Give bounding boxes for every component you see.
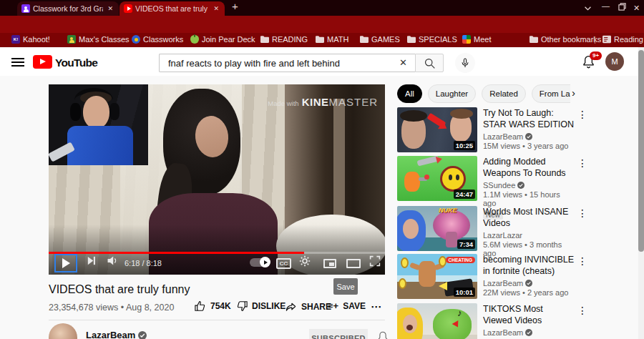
bookmark-maxs-classes[interactable]: Max's Classes bbox=[67, 35, 130, 44]
video-thumbnail[interactable]: 24:47 bbox=[397, 156, 477, 201]
video-title[interactable]: Try Not To Laugh: STAR WARS EDITION bbox=[483, 107, 575, 130]
verified-badge-icon bbox=[138, 331, 147, 339]
kahoot-icon: K! bbox=[11, 35, 20, 44]
kebab-menu-icon[interactable]: ⋮ bbox=[577, 109, 587, 120]
tab-title: VIDEOS that are truly funny - Yo bbox=[135, 4, 209, 13]
save-button[interactable]: ≡+ SAVE bbox=[328, 300, 366, 311]
channel-name[interactable]: LazarBeam bbox=[86, 330, 147, 339]
tab-classwork[interactable]: Classwork for 3rd Grade: 2021-2 ✕ bbox=[17, 1, 119, 16]
channel-row[interactable]: LazarBeam bbox=[483, 279, 575, 288]
scrollbar-thumb[interactable] bbox=[638, 50, 644, 252]
captions-button[interactable]: CC bbox=[276, 258, 291, 269]
bookmark-folder-games[interactable]: GAMES bbox=[360, 35, 400, 44]
duration-badge: 10:01 bbox=[454, 288, 475, 297]
recommended-video[interactable]: CHEATING 10:01 becoming INVINCIBLE in fo… bbox=[397, 254, 583, 299]
bookmark-meet[interactable]: Meet bbox=[462, 35, 491, 44]
video-title[interactable]: Adding Modded Weapons To Rounds bbox=[483, 156, 575, 179]
channel-row[interactable]: LazarBeam bbox=[483, 132, 575, 141]
thumb-up-icon bbox=[195, 300, 206, 312]
save-tooltip: Save bbox=[333, 278, 358, 295]
channel-bell-icon[interactable] bbox=[376, 330, 389, 339]
more-actions-button[interactable]: ⋯ bbox=[371, 300, 381, 313]
bookmark-classworks[interactable]: Classworks bbox=[132, 35, 183, 44]
recommended-video[interactable]: ♪ TIKTOKS Most Viewed Videos LazarBeam 3… bbox=[397, 303, 583, 339]
tab-youtube-active[interactable]: VIDEOS that are truly funny - Yo ✕ bbox=[119, 1, 225, 16]
bookmark-folder-math[interactable]: MATH bbox=[316, 35, 348, 44]
dislike-button[interactable]: DISLIKE bbox=[236, 300, 286, 312]
streamer-face bbox=[83, 96, 109, 129]
chip-related[interactable]: Related bbox=[482, 84, 526, 103]
channel-row[interactable]: LazarBeam bbox=[483, 328, 575, 337]
theater-mode-button[interactable] bbox=[346, 259, 361, 268]
channel-avatar[interactable] bbox=[49, 323, 77, 339]
recommended-video[interactable]: NUKE 7:34 Worlds Most INSANE Videos Laza… bbox=[397, 206, 583, 251]
close-tab-icon[interactable]: ✕ bbox=[106, 5, 114, 12]
next-button[interactable] bbox=[86, 255, 97, 269]
new-tab-button[interactable]: + bbox=[232, 1, 238, 11]
verified-badge-icon bbox=[525, 329, 532, 336]
fullscreen-button[interactable] bbox=[369, 255, 381, 270]
kebab-menu-icon[interactable]: ⋮ bbox=[577, 255, 587, 267]
headphone-cup-right bbox=[109, 103, 119, 120]
bookmark-kahoot[interactable]: K! Kahoot! bbox=[11, 35, 50, 44]
video-title[interactable]: TIKTOKS Most Viewed Videos bbox=[483, 303, 575, 326]
streamer-hoodie bbox=[67, 126, 133, 165]
video-thumbnail[interactable]: ♪ bbox=[397, 303, 477, 339]
filter-chips: All Laughter Related From LazarBeam bbox=[397, 84, 570, 103]
channel-row[interactable]: LazarLazar bbox=[483, 231, 575, 240]
play-button[interactable] bbox=[54, 254, 77, 272]
verified-badge-icon bbox=[525, 280, 532, 287]
folder-icon bbox=[407, 35, 416, 44]
volume-icon[interactable] bbox=[106, 255, 118, 270]
chip-all[interactable]: All bbox=[397, 84, 422, 103]
miniplayer-button[interactable] bbox=[323, 259, 336, 268]
bookmark-folder-specials[interactable]: SPECIALS bbox=[407, 35, 457, 44]
chevron-down-icon[interactable] bbox=[584, 3, 592, 13]
other-bookmarks[interactable]: Other bookmarks bbox=[530, 35, 601, 44]
kebab-menu-icon[interactable]: ⋮ bbox=[577, 305, 587, 316]
classroom-icon bbox=[67, 35, 76, 44]
thumb-down-icon bbox=[236, 300, 248, 312]
kinemaster-watermark: Made withKINEMASTER bbox=[268, 96, 378, 109]
share-button[interactable]: SHARE bbox=[285, 300, 331, 313]
close-tab-icon[interactable]: ✕ bbox=[212, 5, 220, 12]
voice-search-button[interactable] bbox=[455, 53, 475, 73]
chips-chevron-right-icon[interactable]: › bbox=[572, 87, 575, 99]
restore-window-icon[interactable] bbox=[618, 3, 626, 13]
subscribed-button[interactable]: SUBSCRIBED bbox=[309, 329, 368, 339]
video-player[interactable]: Made withKINEMASTER 6:18 / 8:18 CC bbox=[49, 84, 385, 275]
duration-badge: 7:34 bbox=[457, 240, 475, 249]
bookmark-folder-reading[interactable]: READING bbox=[260, 35, 308, 44]
divider bbox=[49, 320, 385, 320]
chip-laughter[interactable]: Laughter bbox=[428, 84, 476, 103]
recommended-video[interactable]: 10:25 Try Not To Laugh: STAR WARS EDITIO… bbox=[397, 107, 583, 152]
video-thumbnail[interactable]: CHEATING 10:01 bbox=[397, 254, 477, 299]
kebab-menu-icon[interactable]: ⋮ bbox=[577, 207, 587, 219]
progress-bar[interactable] bbox=[49, 252, 385, 254]
notification-badge: 9+ bbox=[590, 51, 602, 60]
autoplay-toggle[interactable] bbox=[250, 258, 270, 267]
video-title[interactable]: becoming INVINCIBLE in fortnite (cheats) bbox=[483, 254, 575, 277]
verified-badge-icon bbox=[525, 133, 532, 140]
minimize-icon[interactable]: — bbox=[602, 1, 610, 11]
chip-from-lazarbeam[interactable]: From LazarBeam bbox=[532, 84, 570, 103]
kebab-menu-icon[interactable]: ⋮ bbox=[577, 157, 587, 169]
verified-badge-icon bbox=[517, 182, 525, 189]
thumb-text: NUKE bbox=[439, 207, 457, 214]
settings-gear-icon[interactable] bbox=[298, 255, 311, 270]
video-title[interactable]: Worlds Most INSANE Videos bbox=[483, 206, 575, 229]
video-thumbnail[interactable]: 10:25 bbox=[397, 107, 477, 152]
bookmark-pear-deck[interactable]: Join Pear Deck bbox=[190, 35, 255, 44]
video-thumbnail[interactable]: NUKE 7:34 bbox=[397, 206, 477, 251]
close-window-icon[interactable]: ✕ bbox=[633, 3, 640, 13]
account-avatar[interactable]: M bbox=[605, 52, 624, 71]
like-button[interactable]: 754K bbox=[195, 300, 231, 312]
share-arrow-icon bbox=[285, 300, 297, 313]
clear-search-icon[interactable]: ✕ bbox=[399, 57, 407, 68]
recommended-video[interactable]: 24:47 Adding Modded Weapons To Rounds SS… bbox=[397, 156, 583, 206]
search-button[interactable] bbox=[415, 54, 444, 72]
reading-list[interactable]: Reading list bbox=[602, 35, 644, 44]
channel-row[interactable]: SSundee bbox=[483, 181, 575, 190]
search-input[interactable] bbox=[159, 54, 415, 72]
headphone-cup-left bbox=[70, 103, 81, 121]
